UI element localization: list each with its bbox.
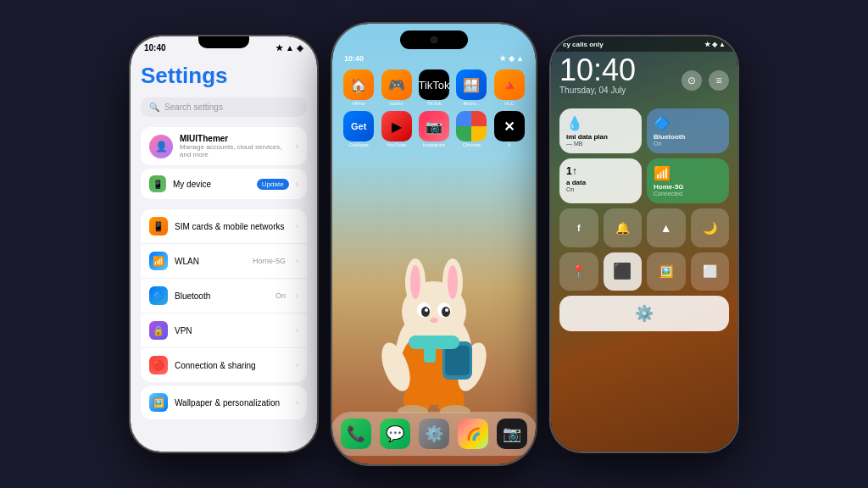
settings-item-wlan[interactable]: 📶 WLAN Home-5G › [141, 244, 307, 279]
search-bar[interactable]: 🔍 Search settings [141, 97, 307, 117]
home-status-icons: ★ ◈ ▲ [499, 54, 524, 63]
settings-content: Settings 🔍 Search settings 👤 MIUIThemer … [131, 56, 317, 446]
wallpaper-chevron-icon: › [296, 398, 298, 407]
sim-chevron-icon: › [296, 222, 298, 230]
profile-row[interactable]: 👤 MIUIThemer Manage accounts, cloud serv… [141, 127, 307, 165]
x-label: X [508, 142, 511, 147]
cc-time: 10:40 [559, 55, 636, 86]
cc-bluetooth-icon: 🔷 [654, 115, 722, 131]
wallpaper-icon: 🖼️ [149, 393, 168, 412]
cc-icon-location[interactable]: ▲ [647, 208, 686, 247]
dock-photos[interactable]: 🌈 [458, 419, 488, 449]
wallpaper-label: Wallpaper & personalization [175, 398, 289, 408]
app-chrome[interactable]: ● Chrome [455, 111, 487, 147]
app-hihot[interactable]: 🏠 HiHot [342, 69, 375, 106]
connection-label: Connection & sharing [175, 361, 289, 370]
svg-point-14 [448, 265, 458, 299]
wlan-label: WLAN [175, 257, 246, 266]
dock-settings[interactable]: ⚙️ [419, 419, 449, 449]
sim-label: SIM cards & mobile networks [175, 222, 289, 231]
dock-phone[interactable]: 📞 [341, 419, 371, 449]
bluetooth-label: Bluetooth [175, 291, 269, 301]
cc-status-left: cy calls only [563, 41, 604, 48]
settings-item-sim[interactable]: 📱 SIM cards & mobile networks › [141, 209, 307, 244]
cc-icon-image[interactable]: 🖼️ [647, 252, 686, 291]
phone-home: 10:40 ★ ◈ ▲ 🏠 HiHot 🎮 Game TikTok TikTok… [332, 24, 536, 464]
cc-menu-button[interactable]: ≡ [709, 70, 729, 91]
app-vlc[interactable]: 🔺 VLC [493, 69, 526, 106]
app-game[interactable]: 🎮 Game [380, 69, 412, 106]
search-icon: 🔍 [149, 103, 159, 112]
svg-point-12 [410, 265, 420, 299]
wifi-icon: ▲ [286, 43, 294, 53]
cc-tiles-grid: 💧 imi data plan — MB 🔷 Bluetooth On 1↑ a… [559, 108, 729, 203]
phone-control-center: cy calls only ★ ◈ ▲ 10:40 Thursday, 04 J… [551, 36, 737, 452]
vpn-label: VPN [175, 326, 289, 336]
settings-item-vpn[interactable]: 🔒 VPN › [141, 313, 307, 348]
app-x[interactable]: ✕ X [493, 111, 526, 147]
settings-item-wallpaper[interactable]: 🖼️ Wallpaper & personalization › [141, 385, 307, 419]
my-device-label: My device [173, 180, 250, 189]
dock-messages[interactable]: 💬 [380, 419, 410, 449]
cc-status-bar: cy calls only ★ ◈ ▲ [551, 36, 737, 52]
app-youtube[interactable]: ▶ YouTube [380, 111, 412, 147]
time: 10:40 [144, 43, 166, 53]
dock-camera[interactable]: 📷 [497, 419, 527, 449]
settings-item-connection[interactable]: 🔴 Connection & sharing › [141, 348, 307, 382]
cc-wifi-icon: 📶 [654, 165, 722, 181]
camera-sensor [431, 36, 437, 43]
home-time: 10:40 [344, 54, 364, 63]
cc-data-label: imi data plan [566, 133, 635, 141]
vlc-icon: 🔺 [494, 69, 525, 100]
search-placeholder: Search settings [164, 103, 223, 112]
dock: 📞 💬 ⚙️ 🌈 📷 [332, 412, 536, 456]
vpn-chevron-icon: › [296, 326, 298, 335]
app-tiktok[interactable]: TikTok TikTok [418, 69, 450, 106]
notch [198, 36, 249, 48]
vlc-label: VLC [504, 101, 515, 106]
cc-sim-label: a data [566, 179, 635, 186]
instagram-icon: 📷 [419, 111, 449, 141]
cc-icon-cast[interactable]: ⬜ [691, 252, 730, 291]
tiktok-icon: TikTok [419, 69, 449, 100]
app-instagram[interactable]: 📷 Instagram [418, 111, 450, 147]
my-device-chevron-icon: › [296, 180, 298, 189]
cc-gear-button[interactable]: ⚙️ [559, 296, 729, 331]
wlan-value: Home-5G [253, 257, 286, 265]
app-getapps[interactable]: Get GetApps [342, 111, 375, 147]
settings-group-network: 📱 SIM cards & mobile networks › 📶 WLAN H… [141, 209, 307, 382]
bluetooth-value: On [275, 291, 286, 300]
settings-item-bluetooth[interactable]: 🔷 Bluetooth On › [141, 279, 307, 313]
svg-point-21 [430, 318, 438, 323]
app-microsoft[interactable]: 🪟 Micro... [455, 69, 487, 106]
profile-text: MIUIThemer Manage accounts, cloud servic… [180, 134, 289, 158]
profile-sub: Manage accounts, cloud services, and mor… [180, 143, 289, 158]
cc-bluetooth-label: Bluetooth [654, 133, 722, 141]
bluetooth-chevron-icon: › [296, 291, 298, 300]
instagram-label: Instagram [423, 142, 446, 147]
cc-icon-moon[interactable]: 🌙 [691, 208, 730, 247]
cc-wifi-sub: Connected [654, 191, 722, 197]
tiktok-label: TikTok [426, 101, 441, 106]
my-device-row[interactable]: 📱 My device Update › [141, 169, 307, 199]
x-icon: ✕ [494, 111, 525, 141]
wlan-icon: 📶 [149, 252, 168, 270]
cc-tile-sim[interactable]: 1↑ a data On [559, 158, 642, 203]
game-label: Game [389, 101, 403, 106]
cc-time-date: 10:40 Thursday, 04 July [559, 55, 636, 105]
cc-tile-wifi[interactable]: 📶 Home-5G Connected [647, 158, 729, 203]
bluetooth-setting-icon: 🔷 [149, 286, 168, 305]
cc-sim-icon: 1↑ [566, 165, 635, 177]
cc-tile-bluetooth[interactable]: 🔷 Bluetooth On [647, 108, 729, 153]
cc-icon-bell[interactable]: 🔔 [604, 208, 643, 247]
cc-icon-compass[interactable]: 📍 [559, 252, 598, 291]
update-badge[interactable]: Update [257, 179, 289, 190]
cc-icon-f[interactable]: f [559, 208, 598, 247]
cc-icon-square[interactable]: ⬛ [604, 252, 643, 291]
game-icon: 🎮 [381, 69, 412, 100]
cc-tile-data[interactable]: 💧 imi data plan — MB [559, 108, 642, 153]
bunny-svg [366, 210, 502, 413]
dynamic-island [400, 30, 468, 49]
getapps-label: GetApps [349, 142, 369, 147]
cc-settings-button[interactable]: ⊙ [682, 70, 702, 91]
